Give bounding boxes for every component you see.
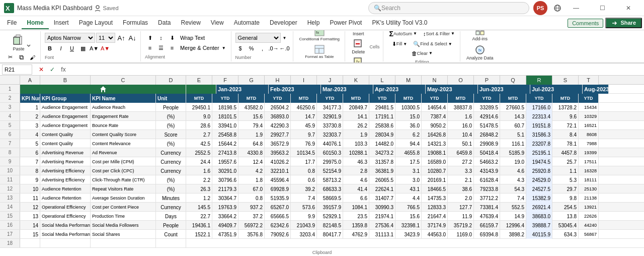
cell-n13[interactable]: 14735.3 [422,194,448,203]
tab-power-pivot[interactable]: Power Pivot [325,17,367,29]
cell-s17[interactable]: 634.3 [552,230,579,239]
cell-b9[interactable]: Advertising Revenue [40,157,91,166]
cell-e17[interactable]: 1522.1 [186,230,212,239]
cell-n9[interactable]: 16589.0 [422,157,448,166]
cell-g11[interactable]: 1.8 [238,175,265,184]
cell-j6[interactable]: 32303.7 [317,130,343,139]
cell-l14[interactable]: 30990.3 [369,203,395,212]
align-center-button[interactable]: ☰ [156,43,166,52]
cell-b2[interactable]: KPI Group [40,94,91,103]
col-header-m[interactable]: M [395,76,422,85]
cell-r2[interactable]: YTD [526,94,552,103]
cell-e10[interactable]: 1.6 [186,166,212,175]
decrease-font-button[interactable]: A↓ [127,33,137,42]
cell-f17[interactable]: 47351.9 [212,230,238,239]
cell-o10[interactable]: 3.3 [448,166,474,175]
cell-m3[interactable]: 10300.5 [395,103,422,112]
cell-c15[interactable]: Production Time [91,212,156,221]
cell-f6[interactable]: 25458.8 [212,130,238,139]
cell-n17[interactable]: 44563.0 [422,230,448,239]
maximize-button[interactable]: ☐ [591,0,614,16]
cell-n10[interactable]: 10280.7 [422,166,448,175]
cell-q13[interactable]: 7.4 [500,194,526,203]
conditional-formatting-button[interactable]: fx Conditional Formatting [297,30,342,42]
cell-r13[interactable]: 15382.9 [526,194,552,203]
cell-l11[interactable]: 26065.5 [369,175,395,184]
cell-g14[interactable]: 937.2 [238,203,265,212]
fill-button[interactable]: ⬇ Fill ▼ [390,40,409,48]
col-header-l[interactable]: L [369,76,395,85]
cell-d10[interactable]: Currency [156,166,186,175]
cell-q11[interactable]: 4.3 [500,175,526,184]
cell-m14[interactable]: 766.5 [395,203,422,212]
cell-g10[interactable]: 4.2 [238,166,265,175]
cell-k15[interactable]: 23.5 [343,212,369,221]
align-top-button[interactable]: ⬆ [145,33,155,42]
cell-q17[interactable]: 3898.2 [500,230,526,239]
cell-h11[interactable]: 45596.4 [265,175,291,184]
cell-q7[interactable]: 116.1 [500,139,526,148]
cell-j7[interactable]: 44076.1 [317,139,343,148]
cell-p17[interactable]: 69394.8 [474,230,500,239]
cell-q8[interactable]: 5185.9 [500,148,526,157]
cell-l9[interactable]: 31357.8 [369,157,395,166]
comma-format-button[interactable]: , [258,44,268,53]
cell-t11[interactable]: 18111 [579,175,599,184]
cell-r11[interactable]: 24529.0 [526,175,552,184]
cell-i8[interactable]: 10134.5 [291,148,317,157]
row-num-12[interactable]: 12 [0,184,20,193]
cell-f15[interactable]: 33664.2 [212,212,238,221]
cell-g9[interactable]: 12.4 [238,157,265,166]
cell-m7[interactable]: 94.4 [395,139,422,148]
cell-g16[interactable]: 56972.2 [238,221,265,230]
cell-b4[interactable]: Audience Engagement [40,112,91,121]
cell-s16[interactable]: 53045.4 [552,221,579,230]
cell-k3[interactable]: 20849.7 [343,103,369,112]
col-header-e[interactable]: E [186,76,212,85]
cell-p13[interactable]: 37712.2 [474,194,500,203]
cell-a2[interactable]: KPI Number [20,94,40,103]
cell-r12[interactable]: 24527.5 [526,184,552,194]
merge-center-button[interactable]: Merge & Center▼ [178,43,228,52]
cell-o14[interactable]: 127.7 [448,203,474,212]
cell-s9[interactable]: 25.7 [552,157,579,166]
cell-c7[interactable]: Content Relevance [91,139,156,148]
row-num-6[interactable]: 6 [0,130,20,139]
cell-q4[interactable]: 14.3 [500,112,526,121]
cell-o13[interactable]: 2.0 [448,194,474,203]
col-header-k[interactable]: K [343,76,369,85]
cell-g4[interactable]: 15.6 [238,112,265,121]
cell-j12[interactable]: 68633.3 [317,184,343,194]
cell-d18[interactable] [156,239,186,248]
cell-b3[interactable]: Audience Engagement [40,103,91,112]
cell-a15[interactable]: 13 [20,212,40,221]
cell-s2[interactable]: MTD [552,94,579,103]
cell-n8[interactable]: 19088.1 [422,148,448,157]
cell-g8[interactable]: 4330.8 [238,148,265,157]
cell-m6[interactable]: 6.2 [395,130,422,139]
share-button[interactable]: Share [605,18,642,28]
cell-m17[interactable]: 3423.9 [395,230,422,239]
cell-s14[interactable]: 254.5 [552,203,579,212]
tab-formulas[interactable]: Formulas [118,17,153,29]
cut-button[interactable]: ✂ [5,53,15,62]
cell-m5[interactable]: 36.0 [395,121,422,130]
row-num-15[interactable]: 15 [0,212,20,220]
font-size-select[interactable]: 11 [96,33,115,43]
cell-d7[interactable]: (%) [156,139,186,148]
cell-c8[interactable]: Ad Revenue [91,148,156,157]
cell-l4[interactable]: 17191.1 [369,112,395,121]
cell-f5[interactable]: 33941.0 [212,121,238,130]
cell-m11[interactable]: 3.0 [395,175,422,184]
tab-developer[interactable]: Developer [265,17,302,29]
cell-q16[interactable]: 12996.4 [500,221,526,230]
percent-format-button[interactable]: % [247,44,257,53]
font-name-select[interactable]: Aptos Narrow [45,33,95,43]
cell-m12[interactable]: 43.1 [395,184,422,194]
cell-p15[interactable]: 47639.4 [474,212,500,221]
cell-r17[interactable]: 40115.9 [526,230,552,239]
cell-j17[interactable]: 80417.7 [317,230,343,239]
cell-g12[interactable]: 67.0 [238,184,265,194]
tab-page-layout[interactable]: Page Layout [74,17,118,29]
cell-p3[interactable]: 33289.5 [474,103,500,112]
